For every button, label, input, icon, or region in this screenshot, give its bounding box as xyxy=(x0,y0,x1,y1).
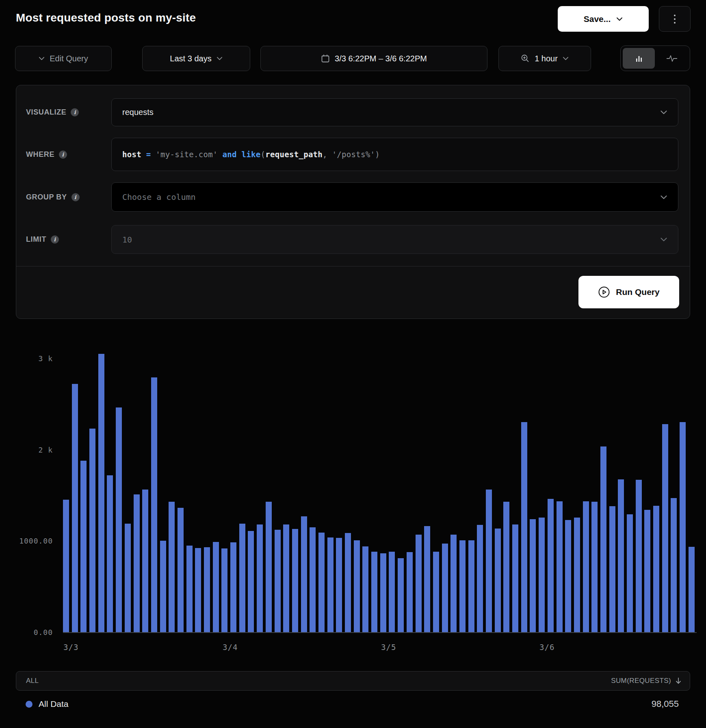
chart-bar[interactable] xyxy=(398,558,404,632)
chart-bar[interactable] xyxy=(327,537,334,632)
result-table-header[interactable]: ALL SUM(REQUESTS) xyxy=(16,671,690,691)
chart-bar[interactable] xyxy=(442,544,448,632)
date-range-button[interactable]: 3/3 6:22PM – 3/6 6:22PM xyxy=(260,46,487,71)
chart-bar[interactable] xyxy=(292,529,298,632)
chart-bar[interactable] xyxy=(689,547,695,632)
edit-query-button[interactable]: Edit Query xyxy=(15,46,112,71)
chart-bar[interactable] xyxy=(301,516,307,632)
chart-bar[interactable] xyxy=(72,384,78,632)
line-chart-toggle[interactable] xyxy=(656,48,688,69)
chart-bar[interactable] xyxy=(530,519,536,632)
chart-bar[interactable] xyxy=(574,518,580,632)
chart-bar[interactable] xyxy=(186,546,193,632)
zoom-in-icon xyxy=(521,54,530,63)
chart-bar[interactable] xyxy=(239,524,245,632)
where-input[interactable]: host = 'my-site.com' and like(request_pa… xyxy=(111,138,678,171)
chart-plot-area[interactable] xyxy=(63,345,695,632)
chart-bar[interactable] xyxy=(557,501,563,632)
run-query-button[interactable]: Run Query xyxy=(578,276,679,308)
time-range-select[interactable]: Last 3 days xyxy=(142,46,250,71)
chart-bar[interactable] xyxy=(389,552,395,632)
chart-bar[interactable] xyxy=(80,461,87,632)
chart-bar[interactable] xyxy=(424,526,430,632)
chart-bar[interactable] xyxy=(345,533,351,632)
chart-bar[interactable] xyxy=(169,502,175,632)
chart-bar[interactable] xyxy=(662,424,668,632)
chart-bar[interactable] xyxy=(539,518,545,632)
chart-bar[interactable] xyxy=(283,524,289,632)
chart-bar[interactable] xyxy=(591,502,598,632)
chart-bar[interactable] xyxy=(275,530,281,632)
chart-bar[interactable] xyxy=(450,535,457,632)
chart-bar[interactable] xyxy=(89,429,95,632)
chart-bar[interactable] xyxy=(125,524,131,632)
chart-bar[interactable] xyxy=(583,501,589,632)
chart-bar[interactable] xyxy=(503,502,509,632)
chart-bar[interactable] xyxy=(486,490,492,632)
chart-bar[interactable] xyxy=(98,354,104,632)
chart-bar[interactable] xyxy=(477,525,483,632)
chart-bar[interactable] xyxy=(257,524,263,632)
chart-bar[interactable] xyxy=(248,531,254,632)
info-icon[interactable]: i xyxy=(51,235,59,243)
chart-bar[interactable] xyxy=(354,540,360,632)
chart-bar[interactable] xyxy=(565,520,571,632)
visualize-select[interactable]: requests xyxy=(111,98,678,126)
chart-bar[interactable] xyxy=(627,514,633,632)
chart-bar[interactable] xyxy=(512,524,518,632)
info-icon[interactable]: i xyxy=(71,193,80,201)
chart-bar[interactable] xyxy=(221,548,227,632)
query-panel: VISUALIZE i requests WHERE i host = 'my-… xyxy=(16,85,690,319)
chart-bar[interactable] xyxy=(459,540,466,632)
chart-bar[interactable] xyxy=(116,407,122,632)
chart-bar[interactable] xyxy=(160,541,166,632)
group-by-select[interactable]: Choose a column xyxy=(111,182,678,212)
save-button[interactable]: Save... xyxy=(558,6,649,32)
chart-bar[interactable] xyxy=(151,377,157,632)
interval-select[interactable]: 1 hour xyxy=(498,46,591,71)
series-name: All Data xyxy=(39,699,69,709)
chart-bar[interactable] xyxy=(213,542,219,632)
chart-bar[interactable] xyxy=(204,547,210,632)
chart-bar[interactable] xyxy=(142,490,148,632)
chart-bar[interactable] xyxy=(653,506,659,632)
chart-bar[interactable] xyxy=(178,508,184,632)
chart-bar[interactable] xyxy=(495,529,501,632)
chart-bar[interactable] xyxy=(609,506,615,632)
y-tick-label: 3 k xyxy=(0,354,53,363)
chart-bar[interactable] xyxy=(63,500,69,632)
chart-bar[interactable] xyxy=(416,535,422,632)
chart-bar[interactable] xyxy=(644,510,650,632)
chart-bar[interactable] xyxy=(362,546,368,632)
chart-bar[interactable] xyxy=(310,527,316,632)
chevron-down-icon xyxy=(563,56,569,61)
chart-bar[interactable] xyxy=(336,538,342,632)
limit-input[interactable]: 10 xyxy=(111,225,678,254)
more-menu-button[interactable] xyxy=(659,6,691,32)
chart-bar[interactable] xyxy=(636,480,642,632)
chart-bar[interactable] xyxy=(548,499,554,632)
chart-bar[interactable] xyxy=(371,552,377,632)
chart-bar[interactable] xyxy=(521,422,527,632)
chart-bar[interactable] xyxy=(468,540,474,632)
chart-bar[interactable] xyxy=(680,422,686,632)
kebab-icon xyxy=(674,15,676,16)
chart-bar[interactable] xyxy=(107,475,113,632)
chart-bar[interactable] xyxy=(600,446,606,632)
info-icon[interactable]: i xyxy=(71,108,79,116)
chart-bar[interactable] xyxy=(671,498,677,632)
chart-bar[interactable] xyxy=(380,553,386,632)
bar-chart-toggle[interactable] xyxy=(623,48,655,69)
value-column-header[interactable]: SUM(REQUESTS) xyxy=(611,677,671,685)
result-row-all-data[interactable]: All Data 98,055 xyxy=(16,695,690,713)
group-by-label: GROUP BY i xyxy=(26,193,80,202)
info-icon[interactable]: i xyxy=(59,150,67,158)
chart-bar[interactable] xyxy=(266,502,272,632)
chart-bar[interactable] xyxy=(230,542,236,632)
chart-bar[interactable] xyxy=(134,494,140,632)
chart-bar[interactable] xyxy=(618,479,624,632)
chart-bar[interactable] xyxy=(318,533,325,632)
chart-bar[interactable] xyxy=(195,548,201,632)
chart-bar[interactable] xyxy=(407,552,413,632)
chart-bar[interactable] xyxy=(433,552,439,632)
